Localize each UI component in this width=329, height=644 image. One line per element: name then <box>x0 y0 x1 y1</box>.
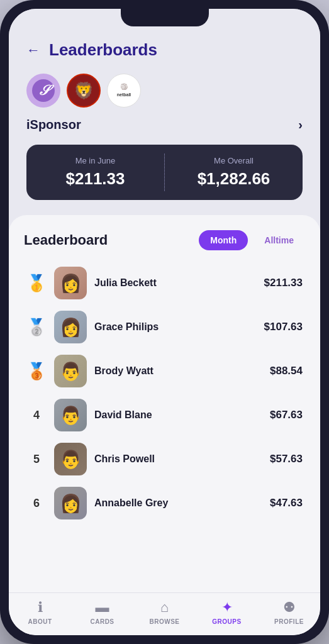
stats-card: Me in June $211.33 Me Overall $1,282.66 <box>26 145 303 200</box>
profile-nav-label: PROFILE <box>274 618 304 625</box>
person-name: Chris Powell <box>94 453 262 465</box>
nav-item-browse[interactable]: ⌂ BROWSE <box>146 599 184 625</box>
stat-overall-value: $1,282.66 <box>198 169 270 189</box>
nav-item-about[interactable]: ℹ ABOUT <box>21 599 59 625</box>
leaderboard-title: Leaderboard <box>24 232 108 248</box>
leader-item: 4 👨 David Blane $67.63 <box>24 394 305 436</box>
person-amount: $57.63 <box>270 453 303 465</box>
nav-item-cards[interactable]: ▬ CARDS <box>84 599 121 625</box>
person-name: Grace Philips <box>94 321 257 333</box>
avatar: 👩 <box>54 311 87 343</box>
logo-netball: 🏐netball <box>107 74 141 108</box>
avatar: 👨 <box>54 399 87 431</box>
stat-monthly-value: $211.33 <box>66 169 125 189</box>
medal-icon: 🥇 <box>26 274 47 293</box>
bottom-section: Leaderboard Month Alltime 🥇 👩 Julia Beck… <box>9 215 320 635</box>
cards-nav-icon: ▬ <box>96 599 109 616</box>
medal-icon: 🥉 <box>26 362 47 381</box>
chevron-right-icon: › <box>298 118 303 132</box>
back-button[interactable]: ← <box>26 42 40 58</box>
stat-overall-label: Me Overall <box>214 156 254 165</box>
filter-buttons: Month Alltime <box>199 230 305 250</box>
phone-screen: ← Leaderboards 𝒮 🦁 🏐netball iSponsor › <box>9 9 320 635</box>
person-amount: $211.33 <box>264 277 303 289</box>
phone-shell: ← Leaderboards 𝒮 🦁 🏐netball iSponsor › <box>0 0 329 644</box>
groups-nav-label: GROUPS <box>212 618 241 625</box>
person-amount: $47.63 <box>270 497 303 509</box>
bottom-nav: ℹ ABOUT ▬ CARDS ⌂ BROWSE ✦ GROUPS ⚉ PROF… <box>9 592 320 635</box>
stat-monthly: Me in June $211.33 <box>26 145 164 200</box>
logo-lion: 🦁 <box>67 74 101 108</box>
avatar: 👨 <box>54 355 87 387</box>
leader-item: 5 👨 Chris Powell $57.63 <box>24 438 305 480</box>
stat-monthly-label: Me in June <box>75 156 116 165</box>
medal-badge: 🥇 <box>26 273 47 293</box>
nav-item-groups[interactable]: ✦ GROUPS <box>208 599 246 625</box>
leader-item: 6 👩 Annabelle Grey $47.63 <box>24 482 305 525</box>
avatar: 👩 <box>54 487 87 519</box>
page-title: Leaderboards <box>49 40 157 60</box>
header-row: ← Leaderboards <box>26 40 303 60</box>
leader-item: 🥈 👩 Grace Philips $107.63 <box>24 306 305 348</box>
leader-item: 🥇 👩 Julia Beckett $211.33 <box>24 262 305 304</box>
isponsor-row[interactable]: iSponsor › <box>26 118 303 132</box>
person-amount: $67.63 <box>270 409 303 421</box>
person-amount: $107.63 <box>264 321 303 333</box>
isponsor-label: iSponsor <box>26 118 81 132</box>
medal-badge: 🥉 <box>26 361 47 381</box>
medal-badge: 🥈 <box>26 317 47 337</box>
leaderboard-content: Leaderboard Month Alltime 🥇 👩 Julia Beck… <box>9 215 320 592</box>
about-nav-icon: ℹ <box>38 599 43 616</box>
browse-nav-icon: ⌂ <box>160 599 169 616</box>
person-name: Julia Beckett <box>94 277 257 289</box>
nav-item-profile[interactable]: ⚉ PROFILE <box>270 599 308 625</box>
person-name: Annabelle Grey <box>94 497 262 509</box>
about-nav-label: ABOUT <box>28 618 52 625</box>
profile-nav-icon: ⚉ <box>283 599 296 616</box>
sponsor-logos: 𝒮 🦁 🏐netball <box>26 74 303 108</box>
rank-number: 6 <box>26 497 47 510</box>
logo-lion-icon: 🦁 <box>74 81 94 101</box>
filter-alltime-button[interactable]: Alltime <box>253 230 305 250</box>
leaderboard-list: 🥇 👩 Julia Beckett $211.33 🥈 👩 Grace Phil… <box>24 262 305 525</box>
filter-month-button[interactable]: Month <box>199 230 248 250</box>
leaderboard-header: Leaderboard Month Alltime <box>24 230 305 250</box>
leader-item: 🥉 👨 Brody Wyatt $88.54 <box>24 350 305 392</box>
person-amount: $88.54 <box>270 365 303 377</box>
rank-number: 5 <box>26 453 47 466</box>
person-name: Brody Wyatt <box>94 365 262 377</box>
browse-nav-label: BROWSE <box>150 618 180 625</box>
rank-number: 4 <box>26 409 47 422</box>
medal-icon: 🥈 <box>26 318 47 337</box>
notch <box>121 9 209 26</box>
avatar: 👨 <box>54 443 87 475</box>
cards-nav-label: CARDS <box>90 618 114 625</box>
top-section: ← Leaderboards 𝒮 🦁 🏐netball iSponsor › <box>9 9 320 213</box>
logo-s-icon: 𝒮 <box>32 79 55 102</box>
groups-nav-icon: ✦ <box>221 599 233 616</box>
logo-netball-text: 🏐netball <box>117 83 131 98</box>
logo-isponsor: 𝒮 <box>26 74 60 108</box>
stat-overall: Me Overall $1,282.66 <box>165 145 303 200</box>
person-name: David Blane <box>94 409 262 421</box>
avatar: 👩 <box>54 267 87 299</box>
